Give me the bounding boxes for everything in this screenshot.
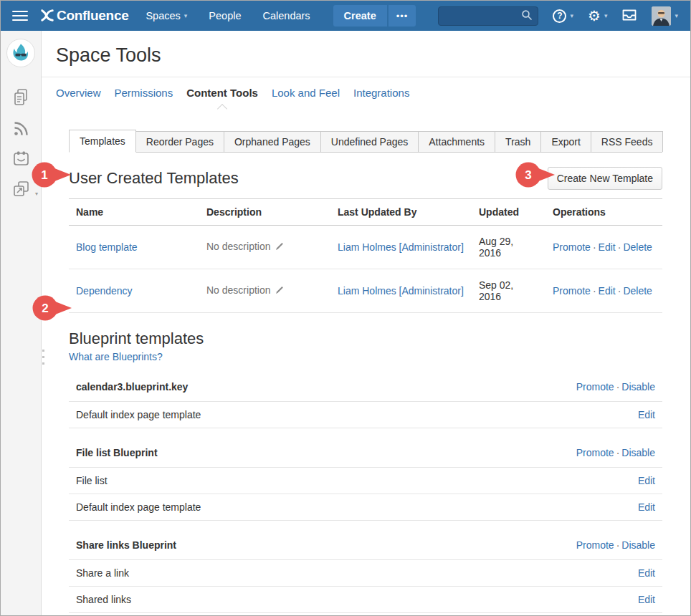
search-icon[interactable]	[521, 9, 533, 23]
disable-link[interactable]: Disable	[621, 447, 655, 458]
promote-link[interactable]: Promote	[576, 447, 614, 458]
tab-export[interactable]: Export	[540, 131, 591, 152]
blueprint-item-label: Default index page template	[76, 501, 201, 513]
space-avatar-flame[interactable]	[6, 39, 35, 67]
blueprint-item-row: Default index page template Edit	[69, 494, 662, 521]
promote-link[interactable]: Promote	[553, 241, 591, 253]
app-window: Confluence Spaces ▾ People Calendars Cre…	[0, 0, 691, 616]
sidebar-blog-rss-icon[interactable]	[1, 119, 42, 138]
table-header-row: Name Description Last Updated By Updated…	[69, 199, 662, 226]
tab-undefined-pages[interactable]: Undefined Pages	[320, 131, 419, 152]
subnav-look-and-feel[interactable]: Look and Feel	[272, 87, 340, 99]
hamburger-icon[interactable]	[12, 8, 28, 24]
settings-menu[interactable]: ⚙ ▾	[588, 9, 607, 23]
annotation-marker-2: 2	[32, 295, 74, 321]
user-menu[interactable]: ▾	[652, 6, 678, 26]
pencil-icon[interactable]	[275, 242, 284, 254]
search-input[interactable]	[444, 10, 521, 22]
blueprint-name: calendar3.blueprint.key	[76, 381, 188, 393]
table-row: Dependency No description Liam Holmes [A…	[69, 269, 662, 313]
blueprint-item-row: File list Edit	[69, 468, 662, 494]
page-header: Space Tools	[42, 31, 690, 67]
what-are-blueprints-link[interactable]: What are Blueprints?	[69, 351, 662, 362]
disable-link[interactable]: Disable	[621, 539, 655, 551]
caret-down-icon: ▾	[675, 12, 678, 19]
tab-rss-feeds[interactable]: RSS Feeds	[591, 131, 664, 152]
confluence-logo[interactable]: Confluence	[40, 8, 128, 24]
updated-by-link[interactable]: Liam Holmes [Administrator]	[338, 285, 464, 297]
blueprint-group: Share links Blueprint Promote·Disable Sh…	[69, 539, 662, 613]
notifications-tray[interactable]	[621, 9, 637, 24]
search-box[interactable]	[438, 6, 538, 26]
space-tools-subnav: Overview Permissions Content Tools Look …	[42, 77, 690, 109]
edit-link[interactable]: Edit	[638, 567, 655, 579]
disable-link[interactable]: Disable	[621, 381, 655, 393]
edit-link[interactable]: Edit	[638, 501, 655, 513]
edit-link[interactable]: Edit	[599, 241, 616, 253]
blueprint-group-header: File list Blueprint Promote·Disable	[69, 447, 662, 468]
user-avatar	[652, 6, 671, 26]
updated-date: Aug 29, 2016	[479, 236, 513, 259]
sidebar-resize-grip[interactable]	[42, 350, 44, 369]
template-name-link[interactable]: Dependency	[76, 285, 133, 297]
app-title: Confluence	[57, 8, 128, 24]
tab-templates[interactable]: Templates	[69, 130, 136, 153]
nav-calendars[interactable]: Calendars	[263, 10, 310, 21]
nav-spaces[interactable]: Spaces ▾	[146, 10, 187, 21]
pencil-icon[interactable]	[275, 286, 284, 297]
confluence-logo-mark-icon	[40, 8, 57, 24]
subnav-permissions[interactable]: Permissions	[115, 87, 173, 99]
edit-link[interactable]: Edit	[638, 475, 655, 486]
blueprint-group-header: Share links Blueprint Promote·Disable	[69, 539, 662, 560]
updated-by-link[interactable]: Liam Holmes [Administrator]	[338, 241, 464, 253]
promote-link[interactable]: Promote	[576, 539, 614, 551]
edit-link[interactable]: Edit	[638, 409, 655, 420]
table-row: Blog template No description Liam Holmes…	[69, 226, 662, 269]
col-header-operations: Operations	[545, 199, 662, 226]
subnav-overview[interactable]: Overview	[56, 87, 101, 99]
blueprint-item-row: Shared links Edit	[69, 587, 662, 613]
create-button[interactable]: Create	[333, 5, 387, 27]
edit-link[interactable]: Edit	[638, 594, 655, 605]
more-actions-button[interactable]: •••	[389, 5, 416, 27]
help-menu[interactable]: ? ▾	[553, 9, 573, 23]
nav-people[interactable]: People	[209, 10, 241, 21]
annotation-marker-3: 3	[515, 162, 557, 188]
blueprint-item-label: File list	[76, 475, 108, 486]
caret-down-icon: ▾	[570, 12, 573, 19]
promote-link[interactable]: Promote	[576, 381, 614, 393]
blueprint-item-row: Share a link Edit	[69, 560, 662, 587]
edit-link[interactable]: Edit	[599, 285, 616, 297]
subnav-integrations[interactable]: Integrations	[353, 87, 409, 99]
blueprint-group-header: calendar3.blueprint.key Promote·Disable	[69, 381, 662, 402]
svg-text:3: 3	[525, 168, 531, 182]
template-name-link[interactable]: Blog template	[76, 241, 138, 253]
delete-link[interactable]: Delete	[623, 241, 652, 253]
svg-text:2: 2	[42, 302, 48, 315]
annotation-marker-1: 1	[32, 162, 73, 188]
tab-orphaned-pages[interactable]: Orphaned Pages	[224, 131, 321, 152]
blueprint-group: File list Blueprint Promote·Disable File…	[69, 447, 662, 521]
sidebar-pages-icon[interactable]	[1, 87, 42, 107]
caret-down-icon: ▾	[184, 12, 188, 19]
page-title: Space Tools	[56, 44, 690, 67]
tray-icon	[621, 9, 637, 24]
blueprint-item-label: Shared links	[76, 594, 131, 605]
delete-link[interactable]: Delete	[623, 285, 652, 297]
tab-attachments[interactable]: Attachments	[418, 131, 495, 152]
subnav-content-tools[interactable]: Content Tools	[186, 87, 258, 99]
blueprint-item-label: Share a link	[76, 567, 129, 579]
user-templates-heading: User Created Templates	[69, 168, 239, 188]
create-new-template-button[interactable]: Create New Template	[548, 167, 662, 190]
template-description: No description	[206, 241, 271, 252]
promote-link[interactable]: Promote	[553, 285, 591, 297]
tab-reorder-pages[interactable]: Reorder Pages	[135, 131, 224, 152]
gear-icon: ⚙	[588, 9, 601, 23]
content-tools-tabstrip: Templates Reorder Pages Orphaned Pages U…	[69, 130, 662, 153]
updated-date: Sep 02, 2016	[479, 279, 513, 302]
blueprint-group: calendar3.blueprint.key Promote·Disable …	[69, 381, 662, 428]
main-content: Space Tools Overview Permissions Content…	[42, 31, 690, 616]
tab-trash[interactable]: Trash	[495, 131, 541, 152]
space-sidebar: ▾	[1, 31, 42, 616]
blueprint-item-row: Default index page template Edit	[69, 402, 662, 428]
